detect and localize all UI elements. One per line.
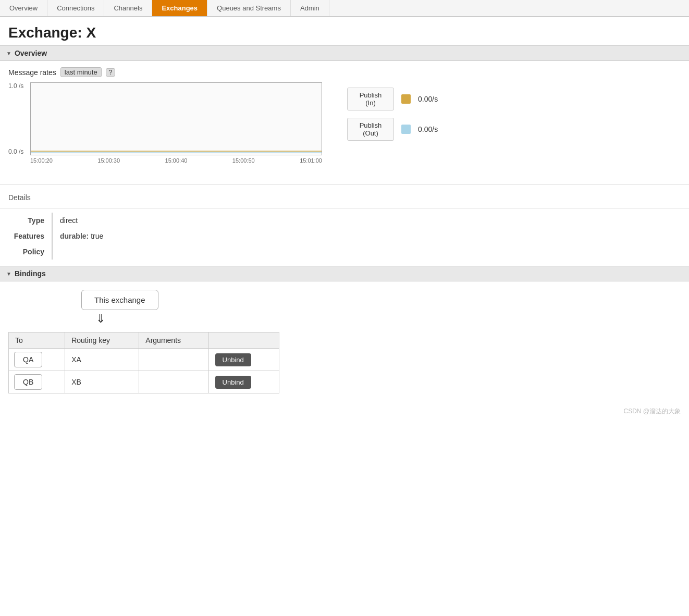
bindings-table-header-row: To Routing key Arguments bbox=[9, 332, 279, 349]
y-label-top: 1.0 /s bbox=[8, 82, 23, 90]
unbind-button-qa[interactable]: Unbind bbox=[215, 353, 251, 366]
legend-value-publish-in: 0.00/s bbox=[418, 95, 438, 103]
chart-area: 1.0 /s 0.0 /s 15:00:20 15:00:30 15:00:40… bbox=[8, 82, 681, 164]
this-exchange-box: This exchange bbox=[81, 290, 158, 310]
divider-details bbox=[0, 184, 689, 185]
col-arguments: Arguments bbox=[139, 332, 208, 349]
detail-value-features: durable: true bbox=[52, 228, 689, 244]
tab-channels[interactable]: Channels bbox=[104, 0, 152, 16]
x-label-0: 15:00:20 bbox=[30, 157, 53, 164]
tab-overview[interactable]: Overview bbox=[0, 0, 47, 16]
page-title: Exchange: X bbox=[0, 17, 689, 45]
watermark: CSDN @溜达的大象 bbox=[0, 402, 689, 421]
tab-admin[interactable]: Admin bbox=[291, 0, 329, 16]
legend-label-publish-out: Publish(Out) bbox=[347, 118, 394, 141]
down-arrow-icon: ⇓ bbox=[96, 312, 681, 326]
durable-value: true bbox=[91, 232, 103, 240]
bindings-section-body: This exchange ⇓ To Routing key Arguments… bbox=[0, 281, 689, 402]
binding-action-qb: Unbind bbox=[208, 371, 279, 393]
x-label-4: 15:01:00 bbox=[300, 157, 322, 164]
bindings-table: To Routing key Arguments QA XA Unbind QB bbox=[8, 332, 279, 393]
binding-row-qa: QA XA Unbind bbox=[9, 349, 279, 371]
detail-row-policy: Policy bbox=[0, 244, 689, 260]
divider-details-table bbox=[0, 208, 689, 208]
detail-value-policy bbox=[52, 244, 689, 260]
chart-container: 1.0 /s 0.0 /s 15:00:20 15:00:30 15:00:40… bbox=[8, 82, 331, 164]
queue-box-qb: QB bbox=[14, 374, 42, 390]
legend-area: Publish(In) 0.00/s Publish(Out) 0.00/s bbox=[347, 88, 438, 141]
binding-row-qb: QB XB Unbind bbox=[9, 371, 279, 393]
legend-color-publish-in bbox=[401, 94, 411, 104]
tab-queues-streams[interactable]: Queues and Streams bbox=[207, 0, 291, 16]
top-nav: Overview Connections Channels Exchanges … bbox=[0, 0, 689, 17]
time-range-badge[interactable]: last minute bbox=[60, 67, 102, 77]
unbind-button-qb[interactable]: Unbind bbox=[215, 376, 251, 389]
bindings-collapse-arrow: ▼ bbox=[6, 271, 11, 277]
detail-row-features: Features durable: true bbox=[0, 228, 689, 244]
overview-section-header[interactable]: ▼ Overview bbox=[0, 45, 689, 61]
legend-value-publish-out: 0.00/s bbox=[418, 125, 438, 133]
binding-arguments-qa bbox=[139, 349, 208, 371]
binding-action-qa: Unbind bbox=[208, 349, 279, 371]
bindings-section-header[interactable]: ▼ Bindings bbox=[0, 266, 689, 281]
queue-box-qa: QA bbox=[14, 352, 42, 367]
bindings-heading: Bindings bbox=[15, 269, 46, 278]
binding-routing-key-xb: XB bbox=[65, 371, 139, 393]
detail-key-type: Type bbox=[0, 213, 52, 228]
tab-connections[interactable]: Connections bbox=[47, 0, 104, 16]
overview-heading: Overview bbox=[15, 49, 47, 57]
x-label-1: 15:00:30 bbox=[97, 157, 120, 164]
help-icon[interactable]: ? bbox=[106, 68, 116, 77]
durable-label: durable: bbox=[60, 232, 89, 240]
detail-key-features: Features bbox=[0, 228, 52, 244]
overview-collapse-arrow: ▼ bbox=[6, 51, 11, 56]
x-label-2: 15:00:40 bbox=[165, 157, 188, 164]
legend-item-publish-out: Publish(Out) 0.00/s bbox=[347, 118, 438, 141]
col-routing-key: Routing key bbox=[65, 332, 139, 349]
binding-to-qb: QB bbox=[9, 371, 65, 393]
detail-value-type: direct bbox=[52, 213, 689, 228]
binding-arguments-qb bbox=[139, 371, 208, 393]
detail-row-type: Type direct bbox=[0, 213, 689, 228]
x-label-3: 15:00:50 bbox=[232, 157, 255, 164]
details-label: Details bbox=[0, 189, 689, 204]
tab-exchanges[interactable]: Exchanges bbox=[152, 0, 207, 16]
detail-key-policy: Policy bbox=[0, 244, 52, 260]
binding-to-qa: QA bbox=[9, 349, 65, 371]
details-table: Type direct Features durable: true Polic… bbox=[0, 213, 689, 260]
chart-x-labels: 15:00:20 15:00:30 15:00:40 15:00:50 15:0… bbox=[30, 157, 322, 164]
chart-graph bbox=[30, 82, 322, 155]
col-action bbox=[208, 332, 279, 349]
message-rates-row: Message rates last minute ? bbox=[8, 67, 681, 77]
legend-item-publish-in: Publish(In) 0.00/s bbox=[347, 88, 438, 110]
chart-y-labels: 1.0 /s 0.0 /s bbox=[8, 82, 23, 155]
col-to: To bbox=[9, 332, 65, 349]
overview-section-body: Message rates last minute ? 1.0 /s 0.0 /… bbox=[0, 61, 689, 180]
legend-label-publish-in: Publish(In) bbox=[347, 88, 394, 110]
y-label-bottom: 0.0 /s bbox=[8, 148, 23, 155]
legend-color-publish-out bbox=[401, 125, 411, 134]
binding-routing-key-xa: XA bbox=[65, 349, 139, 371]
message-rates-label: Message rates bbox=[8, 68, 56, 77]
